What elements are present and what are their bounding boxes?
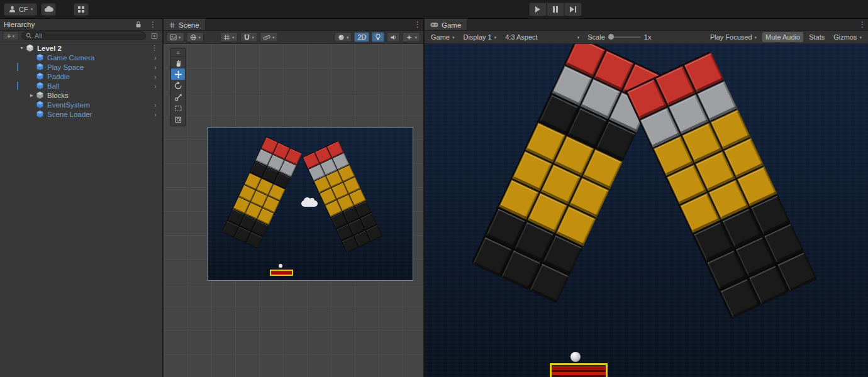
hierarchy-item-scene-loader[interactable]: Scene Loader› [0, 109, 162, 119]
view-options-dropdown[interactable]: ▾ [167, 32, 184, 42]
gizmos-dropdown[interactable]: Gizmos ▾ [830, 32, 865, 42]
cloud-button[interactable] [41, 3, 56, 16]
play-button[interactable] [529, 3, 547, 16]
game-viewport[interactable] [425, 44, 868, 377]
hierarchy-item-play-space[interactable]: Play Space› [0, 62, 162, 72]
hierarchy-item-paddle[interactable]: Paddle› [0, 72, 162, 81]
game-panel: Game ⋮ Game ▾ Display 1 ▾ 4:3 Aspect ▾ [425, 19, 868, 377]
open-prefab-chevron[interactable]: › [154, 82, 157, 90]
hierarchy-header: Hierarchy ⋮ [0, 19, 162, 31]
block-gold [554, 136, 594, 176]
hierarchy-item-eventsystem[interactable]: EventSystem› [0, 100, 162, 109]
tab-game[interactable]: Game [425, 19, 467, 30]
block-gold [569, 178, 609, 218]
scale-slider-knob[interactable] [608, 34, 614, 40]
speaker-icon [390, 34, 397, 41]
expander-icon[interactable]: ▼ [18, 46, 26, 50]
scale-tool-button[interactable] [171, 91, 185, 102]
scene-kebab-icon[interactable]: ⋮ [151, 44, 158, 52]
effects-dropdown[interactable]: ▾ [403, 32, 420, 42]
block-black [331, 212, 348, 229]
block-gold [337, 195, 354, 212]
plus-icon: + [7, 32, 11, 40]
game-target-dropdown[interactable]: Game ▾ [428, 32, 457, 42]
search-options-icon[interactable] [148, 31, 160, 41]
scale-label: Scale [587, 33, 605, 41]
transform-icon [174, 116, 182, 124]
hierarchy-search-input[interactable] [35, 32, 142, 40]
paddle-object[interactable] [270, 270, 293, 276]
grid-icon [223, 34, 230, 41]
hierarchy-menu-button[interactable]: ⋮ [147, 20, 159, 29]
draw-mode-dropdown[interactable]: ▾ [335, 32, 352, 42]
rotate-tool-button[interactable] [171, 80, 185, 91]
add-object-button[interactable]: + ▾ [3, 31, 19, 40]
block-black [529, 263, 569, 303]
display-dropdown[interactable]: Display 1 ▾ [460, 32, 499, 42]
expander-icon[interactable]: ▶ [28, 93, 36, 98]
move-tool-button[interactable] [171, 68, 185, 80]
block-gold [541, 164, 581, 204]
block-black [262, 167, 279, 183]
block-black [234, 226, 251, 243]
stats-toggle[interactable]: Stats [806, 32, 828, 42]
block-black [486, 208, 526, 248]
game-menu-button[interactable]: ⋮ [857, 19, 868, 30]
block-silver [552, 65, 593, 106]
tab-scene[interactable]: Scene [164, 19, 206, 30]
block-black [354, 231, 371, 248]
open-prefab-chevron[interactable]: › [154, 111, 157, 118]
open-prefab-chevron[interactable]: › [154, 101, 157, 109]
hierarchy-search-box[interactable] [21, 31, 146, 40]
open-prefab-chevron[interactable]: › [154, 54, 157, 62]
block-gold [710, 109, 750, 150]
aspect-ratio-dropdown[interactable]: 4:3 Aspect ▾ [502, 32, 582, 42]
scene-row[interactable]: ▼Level 2⋮ [0, 43, 162, 53]
scale-slider[interactable] [608, 36, 641, 38]
snap-dropdown[interactable]: ▾ [240, 32, 258, 42]
block-black [721, 208, 762, 248]
transform-tool-button[interactable] [171, 114, 185, 125]
ball-object[interactable] [279, 264, 282, 268]
open-prefab-chevron[interactable]: › [154, 63, 157, 71]
services-button[interactable] [74, 3, 89, 16]
audio-toggle[interactable] [387, 32, 400, 42]
mute-audio-toggle[interactable]: Mute Audio [762, 32, 803, 42]
account-button[interactable]: CF ▾ [4, 3, 37, 16]
tools-overlay-handle[interactable]: ≡ [171, 49, 185, 57]
block-silver [321, 158, 338, 175]
scene-menu-button[interactable]: ⋮ [412, 19, 423, 30]
open-prefab-chevron[interactable]: › [154, 73, 157, 80]
gizmos-label: Gizmos [833, 33, 857, 41]
item-label: Play Space [47, 63, 84, 71]
block-silver [333, 153, 350, 170]
play-focused-dropdown[interactable]: Play Focused ▾ [707, 32, 760, 42]
rect-tool-button[interactable] [171, 102, 185, 114]
account-label: CF [19, 6, 28, 13]
scene-camera-dropdown[interactable]: ▾ [187, 32, 204, 42]
paddle-sprite [550, 363, 608, 377]
lighting-toggle[interactable] [372, 32, 384, 42]
scene-tab-icon [169, 22, 175, 28]
lock-icon[interactable] [133, 20, 144, 30]
measure-dropdown[interactable]: ▾ [260, 32, 278, 42]
prefab-cube-icon [36, 53, 45, 62]
pause-button[interactable] [547, 3, 564, 16]
step-button[interactable] [564, 3, 582, 16]
hand-tool-button[interactable] [171, 57, 185, 68]
block-gold [667, 165, 707, 205]
block-gold [724, 138, 764, 178]
block-silver [609, 92, 649, 133]
hierarchy-item-ball[interactable]: Ball› [0, 81, 162, 90]
block-gold [654, 136, 694, 176]
2d-toggle[interactable]: 2D [354, 32, 369, 42]
gamepad-icon [430, 22, 438, 28]
chevron-down-icon: ▾ [859, 35, 862, 40]
block-gold [233, 197, 250, 214]
hierarchy-item-game-camera[interactable]: Game Camera› [0, 53, 162, 62]
top-toolbar: CF ▾ [0, 0, 868, 19]
cloud-sprite[interactable] [301, 200, 318, 207]
grid-visibility-dropdown[interactable]: ▾ [220, 32, 238, 42]
hierarchy-item-blocks[interactable]: ▶Blocks [0, 90, 162, 100]
scene-viewport[interactable]: ≡ [164, 44, 423, 377]
